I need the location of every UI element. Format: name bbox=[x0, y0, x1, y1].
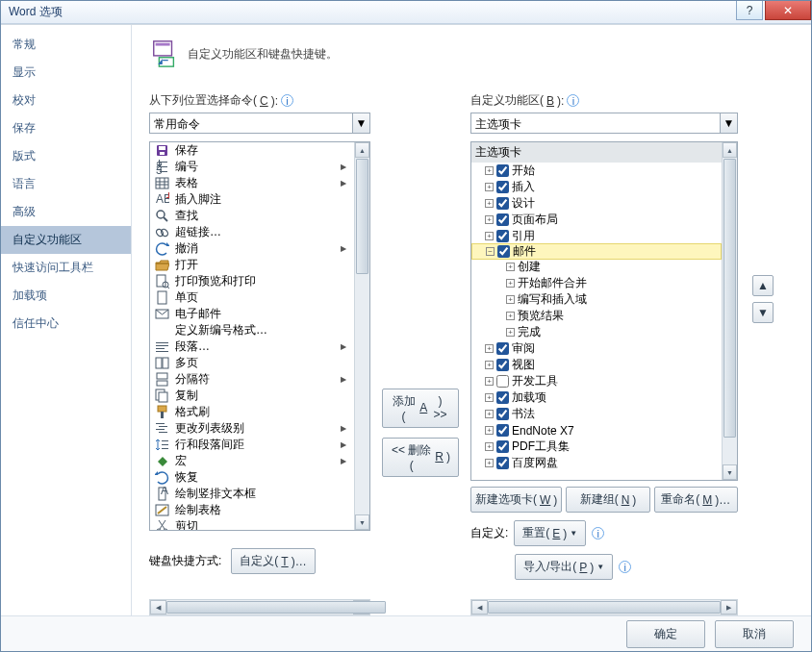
command-item[interactable]: 定义新编号格式… bbox=[150, 322, 354, 339]
commands-listbox[interactable]: 保存123编号▶表格▶AB1插入脚注查找超链接…撤消▶打开打印预览和打印单页电子… bbox=[149, 141, 370, 531]
command-item[interactable]: 行和段落间距▶ bbox=[150, 437, 354, 453]
reset-button[interactable]: 重置(E) ▼ bbox=[514, 520, 586, 546]
expand-icon[interactable] bbox=[485, 393, 494, 402]
command-item[interactable]: A绘制竖排文本框 bbox=[150, 486, 354, 502]
tree-node[interactable]: 百度网盘 bbox=[471, 455, 722, 471]
command-item[interactable]: 宏▶ bbox=[150, 453, 354, 469]
tree-child[interactable]: 预览结果 bbox=[471, 308, 722, 324]
scrollbar[interactable]: ▲ ▼ bbox=[722, 142, 737, 480]
expand-icon[interactable] bbox=[485, 166, 494, 175]
sidebar-item[interactable]: 自定义功能区 bbox=[1, 226, 131, 254]
expand-icon[interactable] bbox=[485, 442, 494, 451]
scroll-thumb[interactable] bbox=[723, 159, 736, 438]
scroll-up[interactable]: ▲ bbox=[723, 142, 737, 158]
expand-icon[interactable] bbox=[485, 459, 494, 467]
expand-icon[interactable] bbox=[506, 312, 515, 320]
scroll-down[interactable]: ▼ bbox=[723, 464, 737, 480]
command-item[interactable]: 恢复 bbox=[150, 469, 354, 486]
scroll-left[interactable]: ◀ bbox=[471, 600, 488, 614]
info-icon[interactable]: i bbox=[592, 527, 604, 539]
add-button[interactable]: 添加(A) >> bbox=[382, 389, 459, 428]
chevron-down-icon[interactable]: ▼ bbox=[720, 113, 737, 133]
command-item[interactable]: 分隔符▶ bbox=[150, 371, 354, 388]
info-icon[interactable]: i bbox=[619, 561, 631, 573]
ribbon-tree[interactable]: 主选项卡开始插入设计页面布局引用邮件创建开始邮件合并编写和插入域预览结果完成审阅… bbox=[470, 141, 738, 481]
command-item[interactable]: 超链接… bbox=[150, 224, 354, 240]
hscroll-right[interactable]: ◀ ▶ bbox=[470, 599, 738, 615]
expand-icon[interactable] bbox=[506, 328, 515, 337]
new-group-button[interactable]: 新建组(N) bbox=[566, 487, 649, 513]
choose-commands-combo[interactable]: 常用命令 ▼ bbox=[149, 113, 370, 134]
expand-icon[interactable] bbox=[485, 361, 494, 369]
cancel-button[interactable]: 取消 bbox=[715, 620, 794, 648]
expand-icon[interactable] bbox=[485, 215, 494, 224]
command-item[interactable]: 段落…▶ bbox=[150, 339, 354, 355]
move-down-button[interactable]: ▼ bbox=[752, 302, 774, 323]
command-item[interactable]: 保存 bbox=[150, 142, 354, 159]
command-item[interactable]: 123编号▶ bbox=[150, 159, 354, 175]
tree-node[interactable]: 加载项 bbox=[471, 389, 722, 406]
move-up-button[interactable]: ▲ bbox=[752, 275, 774, 296]
info-icon[interactable]: i bbox=[281, 94, 293, 107]
tab-checkbox[interactable] bbox=[497, 245, 510, 258]
sidebar-item[interactable]: 校对 bbox=[1, 87, 131, 114]
scroll-left[interactable]: ◀ bbox=[150, 600, 166, 614]
command-item[interactable]: 单页 bbox=[150, 289, 354, 306]
command-item[interactable]: 剪切 bbox=[150, 518, 354, 530]
info-icon[interactable]: i bbox=[567, 94, 579, 107]
sidebar-item[interactable]: 语言 bbox=[1, 170, 131, 198]
command-item[interactable]: 更改列表级别▶ bbox=[150, 420, 354, 437]
tree-node[interactable]: PDF工具集 bbox=[471, 439, 722, 455]
sidebar-item[interactable]: 信任中心 bbox=[1, 310, 131, 338]
ok-button[interactable]: 确定 bbox=[626, 620, 705, 648]
tab-checkbox[interactable] bbox=[496, 342, 509, 355]
sidebar-item[interactable]: 版式 bbox=[1, 142, 131, 170]
command-item[interactable]: AB1插入脚注 bbox=[150, 191, 354, 208]
expand-icon[interactable] bbox=[506, 263, 515, 271]
tab-checkbox[interactable] bbox=[496, 440, 509, 453]
tab-checkbox[interactable] bbox=[496, 230, 509, 242]
tree-node[interactable]: 引用 bbox=[471, 228, 722, 244]
tree-node[interactable]: EndNote X7 bbox=[471, 422, 722, 439]
expand-icon[interactable] bbox=[485, 410, 494, 418]
help-button[interactable]: ? bbox=[736, 1, 763, 20]
scroll-down[interactable]: ▼ bbox=[355, 514, 369, 530]
command-item[interactable]: 表格▶ bbox=[150, 175, 354, 191]
tree-child[interactable]: 编写和插入域 bbox=[471, 291, 722, 308]
scroll-thumb[interactable] bbox=[356, 159, 368, 274]
customize-keyboard-button[interactable]: 自定义(T)… bbox=[231, 548, 315, 574]
command-item[interactable]: 格式刷 bbox=[150, 404, 354, 420]
tab-checkbox[interactable] bbox=[496, 457, 509, 469]
hscroll-thumb[interactable] bbox=[166, 601, 386, 614]
new-tab-button[interactable]: 新建选项卡(W) bbox=[470, 487, 562, 513]
command-item[interactable]: 绘制表格 bbox=[150, 502, 354, 518]
expand-icon[interactable] bbox=[485, 377, 494, 386]
tab-checkbox[interactable] bbox=[496, 375, 509, 388]
sidebar-item[interactable]: 高级 bbox=[1, 198, 131, 226]
chevron-down-icon[interactable]: ▼ bbox=[352, 113, 369, 133]
command-item[interactable]: 电子邮件 bbox=[150, 306, 354, 322]
sidebar-item[interactable]: 快速访问工具栏 bbox=[1, 254, 131, 282]
remove-button[interactable]: << 删除(R) bbox=[382, 438, 459, 477]
expand-icon[interactable] bbox=[485, 183, 494, 191]
tree-node[interactable]: 开发工具 bbox=[471, 373, 722, 389]
tree-child[interactable]: 完成 bbox=[471, 324, 722, 340]
customize-ribbon-combo[interactable]: 主选项卡 ▼ bbox=[470, 113, 738, 134]
tab-checkbox[interactable] bbox=[496, 181, 509, 193]
tree-node[interactable]: 书法 bbox=[471, 406, 722, 422]
tree-node[interactable]: 审阅 bbox=[471, 340, 722, 357]
scrollbar[interactable]: ▲ ▼ bbox=[354, 142, 369, 530]
command-item[interactable]: 复制 bbox=[150, 388, 354, 404]
import-export-button[interactable]: 导入/导出(P) ▼ bbox=[515, 554, 613, 580]
hscroll-thumb[interactable] bbox=[488, 601, 721, 614]
tree-child[interactable]: 创建 bbox=[471, 259, 722, 275]
tree-node[interactable]: 邮件 bbox=[471, 243, 722, 260]
tab-checkbox[interactable] bbox=[496, 164, 509, 177]
expand-icon[interactable] bbox=[485, 344, 494, 353]
rename-button[interactable]: 重命名(M)… bbox=[654, 487, 738, 513]
expand-icon[interactable] bbox=[485, 232, 494, 240]
sidebar-item[interactable]: 保存 bbox=[1, 114, 131, 142]
scroll-right[interactable]: ▶ bbox=[721, 600, 737, 614]
expand-icon[interactable] bbox=[486, 247, 495, 256]
tab-checkbox[interactable] bbox=[496, 408, 509, 420]
